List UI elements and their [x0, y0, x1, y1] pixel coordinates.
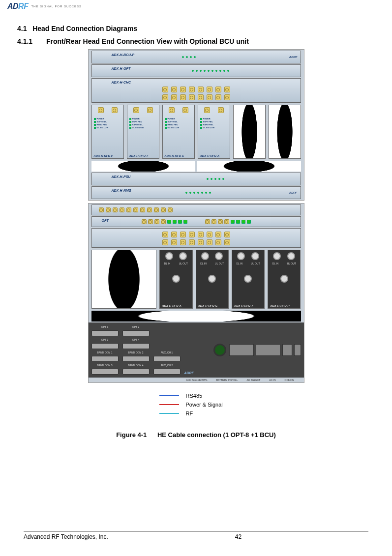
status-label: HARD FAIL	[168, 123, 178, 126]
led	[200, 121, 202, 123]
rf-port-icon	[120, 207, 124, 212]
db-connector-icon	[122, 356, 150, 362]
rf-port-icon	[180, 87, 186, 92]
rf-port-icon	[171, 94, 177, 100]
adrf-logo-icon: ADRF	[289, 56, 298, 59]
rear-unit-chc	[91, 228, 301, 248]
led	[94, 118, 96, 120]
rf-port-icon	[189, 232, 195, 237]
rear-rfu-c-label: ADX-H-RFU-C	[198, 304, 218, 307]
port-label: DL IN	[272, 262, 279, 265]
conn-label: AUX_CH 2	[153, 364, 181, 367]
led	[214, 178, 216, 180]
conn-col-1: OPT 1 OPT 3 BAND COM 1 BAND COM 3	[91, 325, 119, 375]
rf-port-icon	[126, 207, 131, 212]
psu-label: GND 3mm²/12AWG	[186, 379, 208, 381]
chc-ports-top	[162, 87, 230, 92]
rf-port-icon	[161, 207, 166, 212]
port-label: UL OUT	[287, 262, 296, 265]
heading-4-1-1-num: 4.1.1	[17, 37, 44, 45]
psu-leds	[207, 178, 239, 180]
footer-company: Advanced RF Technologies, Inc.	[24, 533, 108, 540]
unit-bcu-label: ADX-H-BCU-P	[112, 53, 135, 57]
rf-port-icon	[180, 94, 186, 100]
heading-4-1-1: 4.1.1 Front/Rear Head End Connection Vie…	[17, 37, 375, 45]
led	[94, 127, 96, 129]
rfu-topports	[160, 250, 192, 262]
rfu-a: POWER SOFT FAIL HARD FAIL DL SIG LOW ADX…	[198, 105, 230, 159]
port-label: UL OUT	[179, 262, 188, 265]
adrf-logo-icon: ADRF	[184, 371, 194, 375]
nms-leds	[185, 192, 226, 194]
rf-connector-icon	[165, 252, 173, 260]
unit-chc-label: ADX-H-CHC	[112, 81, 131, 84]
rf-connector-icon	[273, 252, 281, 260]
opt-leds	[192, 70, 244, 72]
rear-unit-opt: OPT	[91, 216, 301, 227]
conn-label: AUX_CH 1	[153, 351, 181, 354]
rf-port-icon	[162, 232, 168, 237]
fiber-port-icon	[241, 220, 245, 224]
rf-port-icon	[207, 87, 212, 92]
led	[129, 121, 131, 123]
rfu-topports	[196, 250, 228, 262]
rf-port-icon	[133, 207, 138, 212]
rf-port-icon	[182, 107, 188, 113]
rear-rfu-p-label: ADX-H-RFU-P	[270, 304, 289, 307]
rfu-blank	[233, 105, 266, 159]
fiber-port-icon	[167, 220, 171, 224]
rf-connector-icon	[215, 252, 223, 260]
rear-unit-bcu	[91, 205, 301, 215]
logo-ad: AD	[7, 2, 18, 10]
rf-port-icon	[215, 94, 221, 100]
led	[196, 70, 198, 72]
legend-label-power: Power & Signal	[186, 402, 223, 408]
db-connector-icon	[153, 356, 181, 362]
rfu-status-leds: POWER SOFT FAIL HARD FAIL DL SIG LOW	[127, 115, 159, 131]
led	[165, 118, 167, 120]
status-label: SOFT FAIL	[203, 120, 213, 123]
rear-rfu-a: DL INUL OUT ADX-H-RFU-A	[159, 250, 192, 309]
led	[200, 118, 202, 120]
rf-connector-icon	[172, 275, 180, 283]
status-label: POWER	[97, 117, 104, 120]
rfu-p-label: ADX-H-RFU-P	[94, 154, 113, 157]
rfu-c-label: ADX-H-RFU-C	[165, 154, 184, 157]
led	[190, 56, 192, 58]
psu-module-icon	[256, 344, 280, 356]
conn-label: OPT 3	[91, 338, 119, 341]
figures: ADX-H-BCU-P ADRF ADX-H-OPT	[17, 49, 375, 439]
rf-port-icon	[204, 107, 210, 113]
heading-4-1: 4.1 Head End Connection Diagrams	[17, 25, 375, 32]
conn-label: OPT 4	[122, 338, 150, 341]
rfu-status-leds: POWER SOFT FAIL HARD FAIL DL SIG LOW	[198, 115, 230, 131]
rfu-status-leds: POWER SOFT FAIL HARD FAIL DL SIG LOW	[92, 115, 123, 131]
rf-port-icon	[171, 232, 177, 237]
rear-rfu-a-label: ADX-H-RFU-A	[162, 304, 181, 307]
led	[186, 56, 188, 58]
footer-rule	[24, 531, 368, 531]
rfu-expports	[196, 265, 228, 285]
rf-port-icon	[148, 219, 153, 224]
led	[129, 124, 131, 126]
unit-opt: ADX-H-OPT	[91, 64, 301, 77]
legend-line-icon	[159, 404, 179, 405]
rear-rfu-c: DL INUL OUT ADX-H-RFU-C	[196, 250, 229, 309]
port-label: DL IN	[200, 262, 207, 265]
led	[201, 192, 203, 194]
rf-port-icon	[98, 107, 104, 113]
header-logo: ADRF THE SIGNAL FOR SUCCESS	[7, 2, 82, 11]
rf-port-icon	[171, 239, 177, 245]
status-label: HARD FAIL	[203, 123, 213, 126]
rf-port-icon	[189, 87, 195, 92]
led	[197, 192, 199, 194]
led	[94, 121, 96, 123]
rf-port-icon	[133, 107, 139, 113]
rf-port-icon	[154, 219, 159, 224]
rf-port-icon	[169, 107, 175, 113]
legend-label-rs485: RS485	[186, 393, 203, 399]
led	[194, 56, 196, 58]
rear-opt-label: OPT	[102, 219, 109, 222]
legend: RS485 Power & Signal RF	[159, 393, 233, 416]
db-connector-icon	[91, 369, 119, 375]
